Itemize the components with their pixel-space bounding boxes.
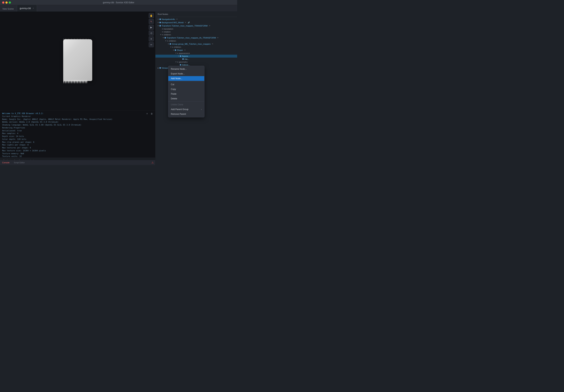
3d-model [61, 39, 94, 83]
minimize-window-button[interactable] [5, 1, 8, 4]
bag-bottom [63, 80, 89, 84]
node-text: Appea... [182, 55, 190, 57]
expander-icon[interactable]: ▼ [157, 22, 159, 23]
tree-node-mat_node[interactable]: ma... [155, 57, 237, 60]
node-bullet [172, 47, 173, 48]
tree-node-translation[interactable]: translation [155, 28, 237, 30]
console-tab[interactable]: Console [1, 161, 10, 164]
maximize-window-button[interactable] [9, 1, 11, 4]
menu-item-label: Delete [171, 97, 177, 100]
tree-node-shape[interactable]: ▼Shape👁 [155, 48, 237, 52]
node-bullet [182, 58, 184, 60]
light-button[interactable]: ☀ [149, 36, 154, 42]
script-editor-tab[interactable]: Script Editor [13, 161, 26, 164]
menu-item-unlink: Unlink Clone [168, 102, 204, 107]
menu-item-export[interactable]: Export Node... [168, 71, 204, 76]
menu-item-delete[interactable]: Delete [168, 96, 204, 101]
menu-item-label: Unlink Clone [171, 103, 183, 106]
menu-item-rename[interactable]: Rename Node... [168, 67, 204, 71]
node-label: children [164, 34, 171, 36]
menu-item-add-parent[interactable]: Add Parent Group› [168, 107, 204, 112]
node-label: Transform Tütchen_rissc_mappes_ifs_TRANS… [167, 37, 219, 39]
expander-icon[interactable]: ▼ [157, 18, 159, 20]
bottom-tabbar: Console Script Editor ⚠ [0, 160, 155, 165]
eye-icon[interactable]: 👁 [176, 18, 178, 21]
tree-node-appear_node[interactable]: ▼Appea... [155, 55, 237, 57]
tree-node-geometry[interactable]: ▼geometry [155, 60, 237, 63]
tree-node-nav[interactable]: ▼NavigationInfo👁 [155, 18, 237, 21]
eye-icon[interactable]: 👁 [184, 49, 186, 51]
eye-icon[interactable]: 👁 [208, 25, 211, 27]
node-text: children [169, 40, 176, 42]
error-icon: ⚠ [151, 161, 154, 164]
context-menu: Rename Node...Export Node...Add Node...C… [168, 66, 205, 117]
menu-item-add-node[interactable]: Add Node... [168, 76, 204, 81]
menu-separator [168, 101, 204, 102]
tree-node-children2[interactable]: ▼children [155, 39, 237, 42]
tree-node-group1[interactable]: ▼Group group_ME_Tütchen_rissc_mappes👁 [155, 42, 237, 46]
main-layout: ✋ ↖ ▶ ⊙ ☀ ✏ ✕ 🗑 Welcome to X_ITE X3D Bro… [0, 12, 237, 165]
node-text: Transform Tütchen_rissc_mappes_TRANSFORM [162, 25, 207, 27]
tree-node-transform1[interactable]: ▼Transform Tütchen_rissc_mappes_TRANSFOR… [155, 24, 237, 28]
tree-node-appearance[interactable]: ▼appearance [155, 52, 237, 55]
node-label: Appea... [182, 55, 190, 57]
right-panel: Root Nodes ▼NavigationInfo👁▼Background W… [155, 12, 237, 165]
window-title: gummy.x3d · Sunrize X3D Editor [103, 1, 134, 4]
console-clear-button[interactable]: ✕ [145, 112, 149, 116]
node-text: Transform Tütchen_rissc_mappes_ifs_TRANS… [167, 37, 216, 39]
tree-node-transform2[interactable]: ▼Transform Tütchen_rissc_mappes_ifs_TRAN… [155, 36, 237, 39]
close-tab-button[interactable]: × [32, 7, 35, 9]
select-tool-button[interactable]: ↖ [149, 19, 154, 24]
node-text: children [164, 34, 171, 36]
tree-node-children1[interactable]: ▼children [155, 33, 237, 36]
expander-icon[interactable]: ▶ [157, 67, 159, 69]
node-text: geometry [179, 61, 188, 63]
expander-icon[interactable]: ▼ [172, 49, 175, 51]
pan-tool-button[interactable]: ✋ [149, 13, 154, 18]
camera-button[interactable]: ⊙ [149, 30, 154, 36]
expander-icon[interactable]: ▼ [167, 43, 170, 45]
console-trash-button[interactable]: 🗑 [150, 112, 154, 116]
right-panel-header: Root Nodes [155, 12, 237, 17]
edit-button[interactable]: ✏ [149, 42, 154, 47]
eye-icon[interactable]: 👁 [184, 21, 187, 24]
menu-item-copy[interactable]: Copy [168, 87, 204, 92]
expander-icon[interactable]: ▼ [157, 25, 159, 27]
viewport-toolbar: ✋ ↖ ▶ ⊙ ☀ ✏ [149, 13, 154, 47]
expander-icon[interactable]: ▼ [170, 46, 172, 48]
new-scene-tab[interactable]: New Scene [0, 6, 16, 12]
expander-icon[interactable]: ▼ [175, 52, 177, 54]
node-label: Group group_ME_Tütchen_rissc_mappes👁 [172, 43, 214, 45]
expander-icon[interactable]: ▼ [177, 55, 180, 57]
console-toolbar: ✕ 🗑 [145, 112, 154, 116]
file-tab[interactable]: gummy.x3d × [17, 5, 37, 12]
tree-node-bg[interactable]: ▼Background WO_World👁🔗 [155, 21, 237, 24]
link-icon[interactable]: 🔗 [188, 21, 190, 24]
menu-item-paste[interactable]: Paste [168, 92, 204, 96]
play-button[interactable]: ▶ [149, 25, 154, 30]
menu-item-cut[interactable]: Cut [168, 82, 204, 87]
node-bullet [162, 28, 163, 29]
node-label: Transform Tütchen_rissc_mappes_TRANSFORM… [162, 25, 211, 27]
eye-icon[interactable]: 👁 [217, 37, 219, 39]
expander-icon[interactable]: ▼ [162, 37, 165, 39]
expander-icon[interactable]: ▼ [175, 61, 177, 63]
menu-item-label: Remove Parent [171, 113, 186, 115]
eye-icon[interactable]: 👁 [211, 43, 214, 45]
node-text: children [174, 46, 181, 48]
node-bullet [170, 43, 171, 45]
viewport[interactable]: ✋ ↖ ▶ ⊙ ☀ ✏ [0, 12, 155, 111]
tree-node-rotation[interactable]: rotation [155, 30, 237, 33]
tree-node-children3[interactable]: ▼children [155, 46, 237, 48]
node-label: NavigationInfo👁 [162, 18, 178, 21]
node-text: Background WO_World [162, 21, 184, 24]
menu-item-remove-parent[interactable]: Remove Parent [168, 112, 204, 116]
tabbar: New Scene gummy.x3d × [0, 5, 237, 12]
menu-item-label: Add Node... [171, 77, 182, 80]
close-window-button[interactable] [2, 1, 4, 4]
titlebar: gummy.x3d · Sunrize X3D Editor [0, 0, 237, 5]
node-label: translation [164, 28, 173, 30]
node-bullet [180, 56, 181, 57]
expander-icon[interactable]: ▼ [159, 34, 162, 36]
expander-icon[interactable]: ▼ [165, 40, 167, 42]
